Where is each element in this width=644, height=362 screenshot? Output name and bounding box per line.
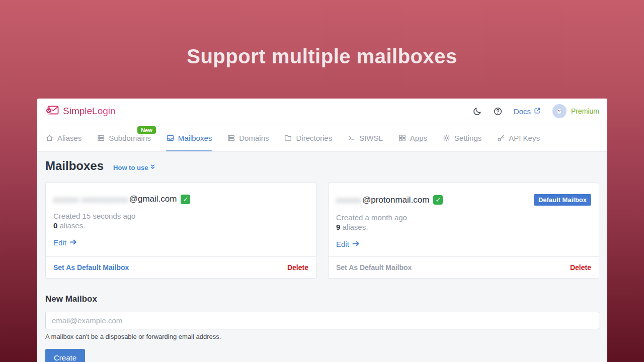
mailbox-email-domain: @gmail.com (129, 194, 177, 204)
home-icon (45, 134, 54, 142)
mailbox-card: xxxxxx xxxxxxxxxxx @gmail.com ✓ Created … (45, 183, 316, 279)
app-window: SimpleLogin Docs (37, 99, 607, 362)
set-default-mailbox-link[interactable]: Set As Default Mailbox (336, 263, 412, 272)
mailbox-card: xxxxxx @protonmail.com ✓ Default Mailbox… (328, 183, 599, 279)
delete-mailbox-link[interactable]: Delete (570, 263, 591, 272)
new-mailbox-email-input[interactable] (45, 312, 599, 329)
new-mailbox-section: New Mailbox A mailbox can't be a disposa… (45, 294, 599, 362)
mailbox-alias-count: 0 aliases. (53, 221, 308, 230)
new-mailbox-hint: A mailbox can't be a disposable or forwa… (45, 333, 599, 340)
new-badge: New (137, 126, 156, 134)
nav-tab-siwsl[interactable]: SIWSL (347, 124, 383, 151)
new-mailbox-title: New Mailbox (45, 294, 599, 304)
docs-link[interactable]: Docs (514, 107, 541, 116)
inbox-icon (166, 134, 175, 142)
nav-tab-aliases[interactable]: Aliases (45, 124, 82, 151)
nav-tabs: Aliases Subdomains New Mailboxes Domains… (37, 124, 607, 152)
nav-tab-mailboxes[interactable]: Mailboxes (166, 124, 212, 151)
mailbox-email-domain: @protonmail.com (362, 195, 429, 205)
nav-tab-directories[interactable]: Directories (284, 124, 332, 151)
mailbox-email-blurred: xxxxxx xxxxxxxxxxx (53, 195, 129, 204)
mailbox-cards-row: xxxxxx xxxxxxxxxxx @gmail.com ✓ Created … (45, 183, 599, 279)
app-header: SimpleLogin Docs (37, 99, 607, 124)
edit-link[interactable]: Edit (53, 238, 77, 247)
edit-link[interactable]: Edit (336, 240, 360, 248)
brand-logo[interactable]: SimpleLogin (45, 104, 116, 118)
stack-icon (97, 134, 105, 142)
nav-tab-subdomains[interactable]: Subdomains New (97, 124, 150, 151)
stack-icon (227, 134, 235, 142)
set-default-mailbox-link[interactable]: Set As Default Mailbox (53, 263, 129, 272)
default-mailbox-badge: Default Mailbox (534, 194, 591, 206)
brand-name: SimpleLogin (63, 106, 116, 117)
terminal-icon (347, 134, 356, 142)
premium-label: Premium (571, 107, 599, 115)
nav-tab-settings[interactable]: Settings (442, 124, 481, 151)
arrow-right-icon (352, 240, 360, 248)
double-chevron-down-icon (150, 164, 155, 171)
page-title: Mailboxes (45, 159, 104, 173)
hero-title: Support multiple mailboxes (0, 45, 644, 68)
delete-mailbox-link[interactable]: Delete (287, 263, 308, 272)
folder-icon (284, 134, 292, 142)
moon-icon[interactable] (473, 107, 482, 116)
how-to-use-label: How to use (113, 164, 148, 171)
grid-icon (398, 134, 407, 142)
check-icon: ✓ (181, 195, 190, 204)
create-button[interactable]: Create (45, 349, 85, 362)
mailbox-email-blurred: xxxxxx (336, 196, 362, 204)
page-body: Mailboxes How to use xxxxxx xxxxxxxxxxx … (37, 152, 607, 362)
check-icon: ✓ (433, 195, 443, 205)
nav-tab-apps[interactable]: Apps (398, 124, 427, 151)
mailbox-created-text: Created a month ago (336, 213, 591, 222)
nav-tab-api-keys[interactable]: API Keys (497, 124, 540, 151)
account-menu[interactable]: Premium (552, 104, 599, 118)
mailbox-alias-count: 9 aliases. (336, 223, 591, 231)
mailbox-created-text: Created 15 seconds ago (53, 212, 308, 220)
gear-icon (442, 134, 451, 142)
arrow-right-icon (69, 238, 77, 247)
help-icon[interactable] (493, 107, 503, 116)
docs-label: Docs (514, 107, 531, 116)
nav-tab-domains[interactable]: Domains (227, 124, 269, 151)
key-icon (497, 134, 505, 142)
ghost-avatar (552, 104, 567, 118)
envelope-shield-icon (45, 104, 59, 118)
external-link-icon (533, 107, 541, 116)
how-to-use-link[interactable]: How to use (113, 164, 155, 171)
